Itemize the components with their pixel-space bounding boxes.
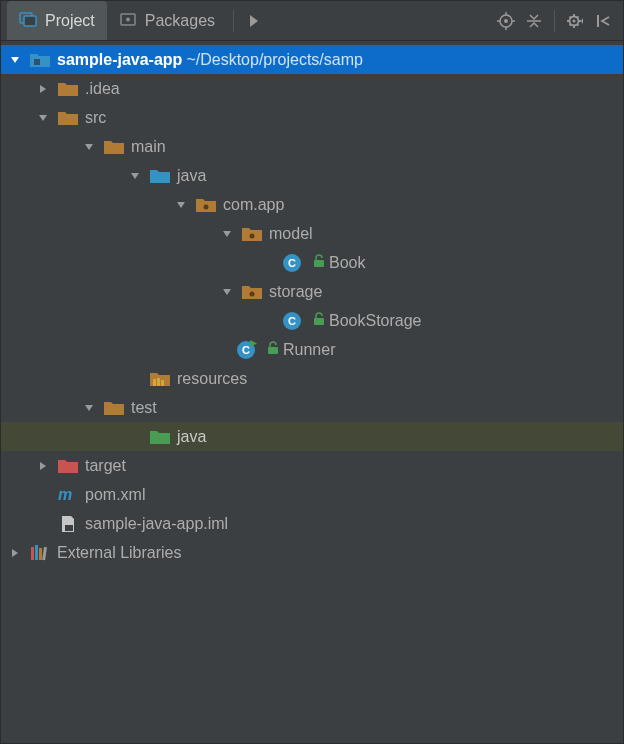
- svg-rect-31: [161, 380, 164, 386]
- module-folder-icon: [29, 49, 51, 71]
- tab-label: Project: [45, 12, 95, 30]
- folder-icon: [57, 107, 79, 129]
- svg-rect-37: [42, 546, 47, 559]
- excluded-folder-icon: [57, 455, 79, 477]
- node-label: storage: [269, 283, 322, 301]
- tree-node-target[interactable]: target: [1, 451, 623, 480]
- svg-rect-28: [268, 347, 278, 354]
- package-icon: [241, 223, 263, 245]
- chevron-down-icon[interactable]: [127, 168, 143, 184]
- svg-line-18: [577, 24, 579, 26]
- right-arrow-button[interactable]: [240, 7, 268, 35]
- chevron-right-icon[interactable]: [7, 545, 23, 561]
- chevron-down-icon[interactable]: [81, 400, 97, 416]
- svg-line-17: [570, 16, 572, 18]
- chevron-down-icon[interactable]: [35, 110, 51, 126]
- node-label: model: [269, 225, 313, 243]
- tree-node-idea[interactable]: .idea: [1, 74, 623, 103]
- tree-node-runner-class[interactable]: C Runner: [1, 335, 623, 364]
- toolbar-separator: [233, 10, 234, 32]
- collapse-all-button[interactable]: [520, 7, 548, 35]
- tree-node-project-root[interactable]: sample-java-app ~/Desktop/projects/samp: [1, 45, 623, 74]
- node-label: target: [85, 457, 126, 475]
- source-folder-icon: [149, 165, 171, 187]
- chevron-right-icon[interactable]: [35, 458, 51, 474]
- tree-node-java-main[interactable]: java: [1, 161, 623, 190]
- tree-node-external-libraries[interactable]: External Libraries: [1, 538, 623, 567]
- node-label: sample-java-app.iml: [85, 515, 228, 533]
- svg-rect-35: [35, 545, 38, 560]
- svg-point-12: [573, 19, 576, 22]
- tab-packages[interactable]: Packages: [107, 1, 227, 40]
- vcs-added-icon: [313, 312, 325, 329]
- chevron-down-icon[interactable]: [219, 284, 235, 300]
- tab-label: Packages: [145, 12, 215, 30]
- test-folder-icon: [149, 426, 171, 448]
- chevron-down-icon[interactable]: [7, 52, 23, 68]
- tree-node-bookstorage-class[interactable]: C BookStorage: [1, 306, 623, 335]
- chevron-down-icon[interactable]: [173, 197, 189, 213]
- project-name: sample-java-app: [57, 51, 182, 69]
- tree-node-pom[interactable]: m pom.xml: [1, 480, 623, 509]
- folder-icon: [103, 136, 125, 158]
- tree-node-iml[interactable]: sample-java-app.iml: [1, 509, 623, 538]
- chevron-down-icon[interactable]: [81, 139, 97, 155]
- project-tab-icon: [19, 10, 37, 31]
- svg-point-5: [504, 19, 508, 23]
- libraries-icon: [29, 542, 51, 564]
- folder-icon: [57, 78, 79, 100]
- tree-node-test[interactable]: test: [1, 393, 623, 422]
- node-label: com.app: [223, 196, 284, 214]
- tree-node-storage[interactable]: storage: [1, 277, 623, 306]
- package-icon: [241, 281, 263, 303]
- gear-button[interactable]: [561, 7, 589, 35]
- chevron-right-icon[interactable]: [35, 81, 51, 97]
- toolbar-separator: [554, 10, 555, 32]
- svg-rect-1: [24, 16, 36, 26]
- vcs-added-icon: [313, 254, 325, 271]
- svg-rect-34: [31, 547, 34, 560]
- svg-rect-33: [65, 525, 73, 531]
- svg-rect-30: [157, 378, 160, 386]
- node-label: java: [177, 428, 206, 446]
- node-label: .idea: [85, 80, 120, 98]
- tree-node-java-test[interactable]: java: [1, 422, 623, 451]
- folder-icon: [103, 397, 125, 419]
- package-icon: [195, 194, 217, 216]
- node-label: test: [131, 399, 157, 417]
- class-icon: C: [281, 252, 303, 274]
- svg-text:m: m: [58, 486, 72, 503]
- node-label: pom.xml: [85, 486, 145, 504]
- iml-file-icon: [57, 513, 79, 535]
- resources-folder-icon: [149, 368, 171, 390]
- svg-point-3: [126, 18, 130, 22]
- node-label: java: [177, 167, 206, 185]
- svg-point-24: [250, 233, 255, 238]
- tree-node-model[interactable]: model: [1, 219, 623, 248]
- svg-line-19: [570, 24, 572, 26]
- tree-node-resources[interactable]: resources: [1, 364, 623, 393]
- node-label: main: [131, 138, 166, 156]
- maven-file-icon: m: [57, 484, 79, 506]
- tree-node-comapp[interactable]: com.app: [1, 190, 623, 219]
- toolbar: Project Packages: [1, 1, 623, 41]
- hide-button[interactable]: [589, 7, 617, 35]
- class-icon: C: [281, 310, 303, 332]
- tree-node-src[interactable]: src: [1, 103, 623, 132]
- project-tree[interactable]: sample-java-app ~/Desktop/projects/samp …: [1, 41, 623, 743]
- packages-tab-icon: [119, 10, 137, 31]
- node-label: Runner: [283, 341, 335, 359]
- chevron-down-icon[interactable]: [219, 226, 235, 242]
- svg-line-20: [577, 16, 579, 18]
- svg-point-26: [250, 291, 255, 296]
- node-label: BookStorage: [329, 312, 422, 330]
- node-label: External Libraries: [57, 544, 182, 562]
- node-label: src: [85, 109, 106, 127]
- svg-point-23: [204, 204, 209, 209]
- runnable-class-icon: C: [235, 339, 257, 361]
- svg-rect-27: [314, 318, 324, 325]
- tree-node-book-class[interactable]: C Book: [1, 248, 623, 277]
- locate-button[interactable]: [492, 7, 520, 35]
- tab-project[interactable]: Project: [7, 1, 107, 40]
- tree-node-main[interactable]: main: [1, 132, 623, 161]
